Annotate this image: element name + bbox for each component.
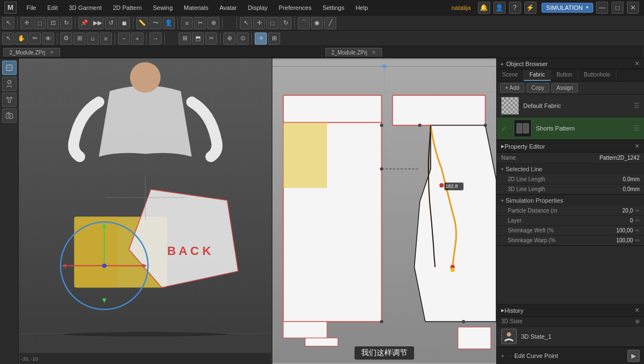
measure-tool[interactable]: 📏 xyxy=(136,17,148,29)
ob-copy-btn[interactable]: Copy xyxy=(527,83,549,93)
history-copy-icon[interactable]: ⊕ xyxy=(635,318,640,324)
2d-rect[interactable]: □ xyxy=(266,17,278,29)
tb2-pencil[interactable]: ✏ xyxy=(29,32,41,45)
record-tool[interactable]: ⏹ xyxy=(118,17,130,29)
2d-move[interactable]: ✛ xyxy=(253,17,265,29)
ob-tab-scene[interactable]: Scene xyxy=(497,69,524,81)
tb2-emoji[interactable]: ☺ xyxy=(87,32,99,45)
pe-close-icon[interactable]: ✕ xyxy=(635,143,640,150)
snap-tool[interactable]: ⊕ xyxy=(207,17,219,29)
svg-point-47 xyxy=(484,124,487,127)
2d-tb2-1[interactable]: ⊞ xyxy=(179,32,191,45)
menu-help[interactable]: Help xyxy=(351,3,373,12)
simulation-button[interactable]: SIMULATION ▾ xyxy=(541,3,593,13)
side-3d-btn[interactable] xyxy=(2,61,17,75)
right-file-tab[interactable]: 2_Module.ZPrj ✕ xyxy=(325,48,382,57)
2d-line[interactable]: ╱ xyxy=(324,17,336,29)
tb2-lines[interactable]: ≡ xyxy=(100,32,112,45)
viewport-2d[interactable]: 182.8 我们这样调节 xyxy=(272,58,496,364)
pe-layer-edit-icon[interactable]: ✏ xyxy=(635,218,640,224)
tb2-grid[interactable]: ⊞ xyxy=(73,32,85,45)
lasso-tool[interactable]: ⊡ xyxy=(47,17,59,29)
tb2-move[interactable]: ✋ xyxy=(15,32,28,45)
rotate-tool[interactable]: ↻ xyxy=(60,17,72,29)
right-tab-close[interactable]: ✕ xyxy=(372,50,376,55)
ob-tab-buttonhole[interactable]: Buttonhole xyxy=(578,69,616,81)
sep-8 xyxy=(57,33,57,44)
tb2-eye[interactable]: 👁 xyxy=(42,32,54,45)
menu-2d-pattern[interactable]: 2D Pattern xyxy=(109,3,147,12)
history-item-1[interactable]: 3D State_1 xyxy=(497,327,644,347)
2d-bezier[interactable]: ⌒ xyxy=(298,17,310,29)
ecp-play-btn[interactable]: ▶ xyxy=(627,350,640,362)
close-icon[interactable]: ✕ xyxy=(627,2,639,14)
fabric-item-default[interactable]: Default Fabric ☰ xyxy=(497,95,644,117)
side-avatar-btn[interactable] xyxy=(2,77,17,91)
layer-tool[interactable]: ≡ xyxy=(181,17,193,29)
toolbar-row-1: ↖ ✛ □ ⊡ ↻ 📌 ▶▶ ↺ ⏹ 📏 〜 👤 ≡ ✂ ⊕ ↖ ✛ □ ↻ ⌒… xyxy=(0,15,644,31)
tb2-minus[interactable]: − xyxy=(118,32,130,45)
wind-tool[interactable]: 〜 xyxy=(149,17,162,29)
2d-select[interactable]: ↖ xyxy=(240,17,252,29)
pe-simulation-header[interactable]: ▾ Simulation Properties xyxy=(497,195,644,206)
2d-cursor-active[interactable]: ✛ xyxy=(255,32,267,45)
menu-sewing[interactable]: Sewing xyxy=(148,3,177,12)
fabric-settings-default[interactable]: ☰ xyxy=(634,102,640,110)
menu-edit[interactable]: Edit xyxy=(43,3,62,12)
2d-tb2-3[interactable]: ✂ xyxy=(205,32,217,45)
tb2-plus[interactable]: + xyxy=(131,32,143,45)
reset-tool[interactable]: ↺ xyxy=(105,17,117,29)
ecp-expand-icon[interactable]: ▾ xyxy=(501,353,504,359)
ob-tab-button[interactable]: Button xyxy=(551,69,578,81)
sew-tool[interactable]: ✂ xyxy=(194,17,206,29)
2d-tb2-2[interactable]: ⬒ xyxy=(192,32,204,45)
pe-selected-line-header[interactable]: ▾ Selected Line xyxy=(497,164,644,175)
simulation-label: SIMULATION xyxy=(546,4,583,11)
2d-tb2-4[interactable]: ⊕ xyxy=(223,32,235,45)
account-icon[interactable]: 👤 xyxy=(493,2,506,14)
menu-settings[interactable]: Settings xyxy=(318,3,349,12)
pe-swarp-edit-icon[interactable]: ✏ xyxy=(635,237,640,243)
minimize-icon[interactable]: — xyxy=(596,2,608,14)
pin-tool[interactable]: 📌 xyxy=(78,17,90,29)
menu-file[interactable]: File xyxy=(22,3,41,12)
ob-close-icon[interactable]: ✕ xyxy=(635,60,640,67)
sound-icon[interactable]: 🔔 xyxy=(478,2,490,14)
2d-rotate[interactable]: ↻ xyxy=(280,17,292,29)
side-garment-btn[interactable] xyxy=(2,93,17,107)
2d-tb2-5[interactable]: ⊙ xyxy=(237,32,249,45)
pe-sw-edit-icon[interactable]: ✏ xyxy=(635,227,640,233)
select-tool[interactable]: ↖ xyxy=(2,17,14,29)
hist-close-icon[interactable]: ✕ xyxy=(635,307,640,314)
pe-particle-edit-icon[interactable]: ✏ xyxy=(635,208,640,214)
2d-tb2-7[interactable]: ⊞ xyxy=(268,32,280,45)
side-camera-btn[interactable] xyxy=(2,108,17,123)
simulate-btn[interactable]: ▶▶ xyxy=(92,17,104,29)
tb2-select[interactable]: ↖ xyxy=(2,32,14,45)
2d-point[interactable]: ◉ xyxy=(311,17,323,29)
menu-materials[interactable]: Materials xyxy=(179,3,213,12)
sep-3 xyxy=(133,18,133,29)
avatar-tool[interactable]: 👤 xyxy=(163,17,175,29)
rect-select[interactable]: □ xyxy=(34,17,46,29)
maximize-icon[interactable]: □ xyxy=(611,2,624,14)
menu-preferences[interactable]: Preferences xyxy=(275,3,316,12)
tb2-settings[interactable]: ⚙ xyxy=(60,32,72,45)
svg-point-36 xyxy=(450,268,455,272)
connection-icon[interactable]: ⚡ xyxy=(524,2,536,14)
ob-assign-btn[interactable]: Assign xyxy=(551,83,578,93)
fabric-item-shorts[interactable]: ✓ Shorts Pattern ☰ xyxy=(497,117,644,140)
ob-tab-fabric[interactable]: Fabric xyxy=(524,69,551,81)
move-tool[interactable]: ✛ xyxy=(20,17,33,29)
left-file-tab[interactable]: 2_Module.ZPrj ✕ xyxy=(3,48,60,57)
ob-add-btn[interactable]: + Add xyxy=(500,83,524,93)
menu-display[interactable]: Display xyxy=(244,3,272,12)
viewport-3d[interactable]: B A C K -35, -10 xyxy=(19,58,272,364)
svg-point-19 xyxy=(130,62,161,93)
fabric-settings-shorts[interactable]: ☰ xyxy=(634,124,640,132)
tb2-arrow[interactable]: → xyxy=(149,32,162,45)
menu-3d-garment[interactable]: 3D Garment xyxy=(65,3,106,12)
help-icon[interactable]: ? xyxy=(509,2,521,14)
left-tab-close[interactable]: ✕ xyxy=(50,50,54,55)
menu-avatar[interactable]: Avatar xyxy=(215,3,242,12)
